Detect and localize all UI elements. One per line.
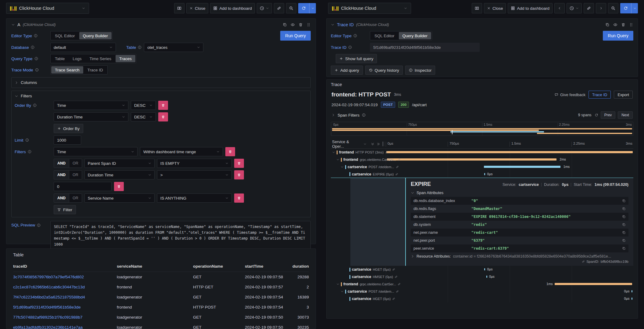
resource-attributes-toggle[interactable]: Resource Attributes: container.id = f266… <box>411 254 628 258</box>
span-toggle-icon[interactable] <box>341 165 344 168</box>
span-link-icon[interactable] <box>398 283 401 286</box>
service-column-label[interactable]: Service & Oper... <box>332 139 361 149</box>
or-option[interactable]: OR <box>69 159 82 168</box>
span-row[interactable]: cartservice POST /oteldem... 0μs <box>331 288 633 295</box>
duplicate-query-icon[interactable] <box>283 23 287 27</box>
trace-id-link[interactable]: 3c7074f085679976b07a79ef5476d802 <box>13 275 117 279</box>
delete-query-icon[interactable] <box>299 23 303 27</box>
copy-icon[interactable] <box>622 199 626 203</box>
order-by-field-select[interactable]: Duration Time <box>54 112 128 121</box>
split-pane-button[interactable] <box>472 3 482 13</box>
filter-field-select[interactable]: Time <box>54 147 138 156</box>
filter-field-select[interactable]: Duration Time <box>84 170 155 179</box>
query-type-traces[interactable]: Traces <box>116 55 135 62</box>
and-option[interactable]: AND <box>54 194 69 202</box>
trace-mode-search[interactable]: Trace Search <box>51 66 83 74</box>
span-row-selected[interactable]: cartservice EXPIRE (0μs) 0μs <box>331 171 633 178</box>
datasource-picker[interactable]: ClickHouse Cloud <box>6 3 89 14</box>
trace-minimap[interactable]: 0μs 750μs 1.5ms 2.25ms 3ms <box>331 122 633 136</box>
query-builder-option[interactable]: Query Builder <box>399 32 431 39</box>
and-option[interactable]: AND <box>54 159 69 168</box>
export-button[interactable]: Export <box>614 91 633 99</box>
span-row[interactable]: frontend grpc.oteldemo.CartSer... 1ms <box>331 280 633 288</box>
copy-icon[interactable] <box>622 239 626 242</box>
remove-filter-button[interactable] <box>234 159 244 168</box>
span-link-icon[interactable] <box>395 173 398 176</box>
column-resizer-handle[interactable] <box>382 142 384 146</box>
span-row[interactable]: cartservice HMSET (0μs) 0μs <box>331 273 633 280</box>
datasource-picker[interactable]: ClickHouse Cloud <box>328 3 411 14</box>
sync-times-button[interactable] <box>274 3 284 13</box>
copy-icon[interactable] <box>622 223 626 226</box>
span-link-icon[interactable] <box>392 268 395 271</box>
or-option[interactable]: OR <box>69 194 82 202</box>
zoom-out-button[interactable] <box>608 3 618 13</box>
filter-operator-select[interactable]: IS EMPTY <box>157 159 232 168</box>
trace-id-button[interactable]: Trace ID <box>589 91 611 99</box>
span-bar[interactable] <box>386 151 632 153</box>
trace-id-link[interactable]: 77fc5074882af98925b1f76c091988b7 <box>13 315 117 320</box>
chevron-right-icon[interactable] <box>331 113 335 117</box>
copy-icon[interactable] <box>622 231 626 234</box>
link-icon[interactable] <box>582 260 585 263</box>
trace-id-link[interactable]: 5f1d69baf92314f20d4f8f561b58e3de <box>13 305 117 309</box>
column-header[interactable]: startTime <box>245 264 292 269</box>
filter-operator-select[interactable]: > <box>157 170 232 179</box>
limit-input[interactable] <box>54 136 81 145</box>
span-row[interactable]: cartservice POST /oteldem... 1ms <box>331 163 633 171</box>
query-type-logs[interactable]: Logs <box>69 55 85 62</box>
expand-all-icon[interactable] <box>371 142 374 146</box>
column-header[interactable]: operationName <box>193 264 245 269</box>
trace-id-input[interactable] <box>370 43 480 52</box>
remove-filter-value-button[interactable] <box>114 182 124 191</box>
filter-field-select[interactable]: Parent Span ID <box>84 159 155 168</box>
collapse-all-icon[interactable] <box>377 142 380 146</box>
prev-span-button[interactable]: Prev <box>601 111 616 119</box>
span-bar[interactable] <box>631 298 632 300</box>
span-link-icon[interactable] <box>392 297 395 300</box>
span-bar[interactable] <box>631 290 632 292</box>
run-query-button[interactable]: Run Query <box>280 31 311 41</box>
split-pane-button[interactable] <box>174 3 184 13</box>
span-row[interactable]: frontend grpc.oteldemo.CartSer... 2ms <box>331 156 633 163</box>
query-type-time-series[interactable]: Time Series <box>86 55 115 62</box>
span-toggle-icon[interactable] <box>336 283 339 286</box>
filter-operator-select[interactable]: IS ANYTHING <box>157 193 232 203</box>
query-builder-option[interactable]: Query Builder <box>79 32 112 39</box>
sync-times-button[interactable] <box>584 3 594 13</box>
span-bar[interactable] <box>484 268 485 270</box>
time-range-button[interactable] <box>257 3 272 13</box>
filter-operator-select[interactable]: Within dashboard time range <box>140 147 223 156</box>
span-link-icon[interactable] <box>395 275 398 278</box>
chevron-down-icon[interactable] <box>363 143 367 146</box>
column-header[interactable]: duration <box>292 264 309 269</box>
trace-id-link[interactable]: eb9fa13adfddfb31302e236b1141e7aa <box>13 325 117 329</box>
order-by-field-select[interactable]: Time <box>54 101 128 110</box>
duplicate-query-icon[interactable] <box>605 23 610 27</box>
sql-editor-option[interactable]: SQL Editor <box>371 32 398 39</box>
add-filter-button[interactable]: Filter <box>54 205 76 214</box>
span-row[interactable]: cartservice HGET (0μs) 0μs <box>331 266 633 273</box>
and-option[interactable]: AND <box>54 171 69 179</box>
add-to-dashboard-button[interactable]: Add to dashboard <box>210 3 255 13</box>
query-type-table[interactable]: Table <box>51 55 68 62</box>
copy-icon[interactable] <box>622 247 626 250</box>
run-query-button[interactable]: Run Query <box>603 31 633 41</box>
query-history-button[interactable]: Query history <box>365 66 403 75</box>
span-bar[interactable] <box>484 166 561 168</box>
collapse-query-icon[interactable] <box>11 23 15 27</box>
collapse-query-icon[interactable] <box>331 23 335 27</box>
show-full-query-button[interactable]: Show full query <box>336 54 377 63</box>
order-by-direction-select[interactable]: DESC <box>131 101 156 110</box>
refresh-interval-dropdown[interactable] <box>309 3 316 13</box>
filter-value-input[interactable] <box>54 182 112 191</box>
remove-order-by-button[interactable] <box>158 112 168 121</box>
remove-filter-button[interactable] <box>225 147 235 156</box>
toggle-query-visibility-icon[interactable] <box>613 23 617 27</box>
reset-filters-icon[interactable] <box>595 113 598 117</box>
drag-handle-icon[interactable] <box>306 23 311 27</box>
span-row[interactable]: frontend HTTP POST (3ms) <box>331 149 633 156</box>
sql-editor-option[interactable]: SQL Editor <box>51 32 79 39</box>
trace-mode-id[interactable]: Trace ID <box>84 66 107 74</box>
database-select[interactable]: default <box>50 43 116 52</box>
